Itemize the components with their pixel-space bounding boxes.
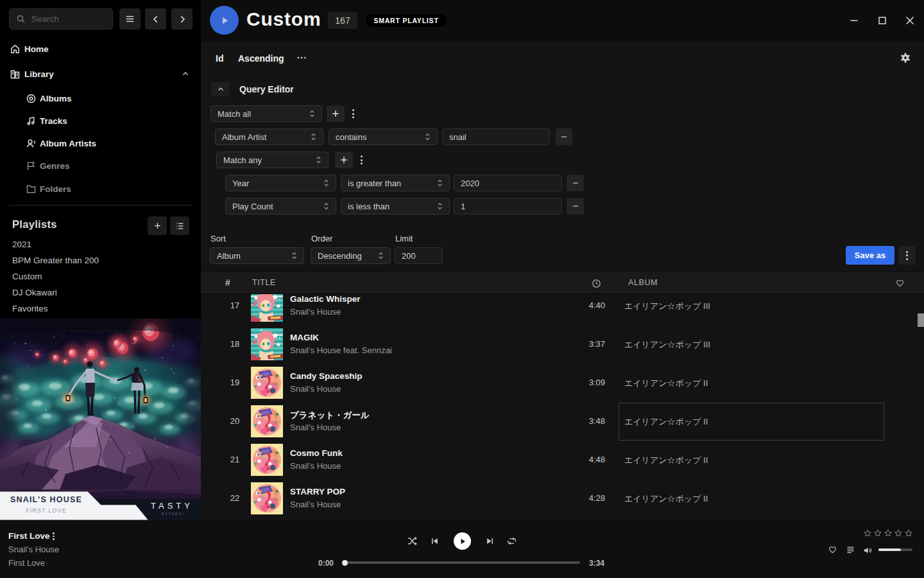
svg-text:TASTY: TASTY (151, 501, 193, 511)
svg-text:BSTNMXI: BSTNMXI (162, 512, 184, 516)
svg-text:FIRST LOVE: FIRST LOVE (26, 507, 66, 514)
svg-text:SNAIL’S HOUSE: SNAIL’S HOUSE (10, 495, 82, 504)
